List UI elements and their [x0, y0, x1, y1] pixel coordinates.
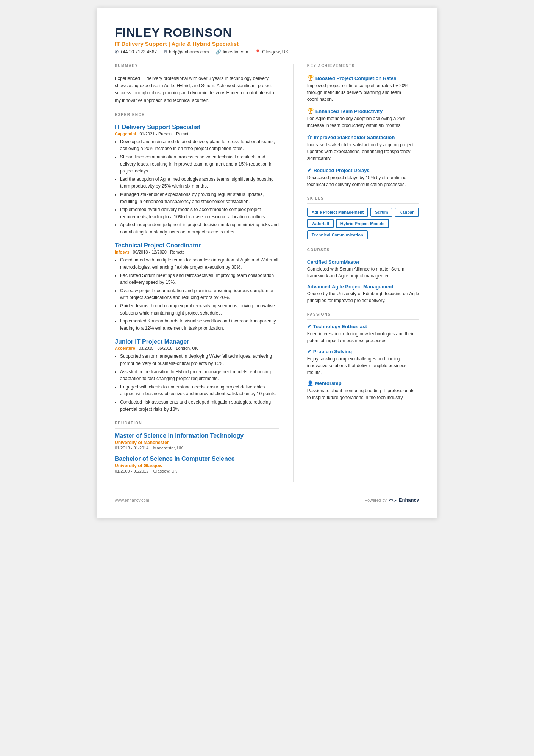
course-title-2: Advanced Agile Project Management — [307, 284, 419, 290]
education-label: EDUCATION — [115, 421, 279, 425]
footer: www.enhancv.com Powered by Enhancv — [115, 493, 419, 503]
job-location-3: London, UK — [176, 346, 198, 351]
job-bullets-2: Coordinated with multiple teams for seam… — [115, 257, 279, 332]
achievement-title-4: ✔ Reduced Project Delays — [307, 167, 419, 173]
bullet-2-2: Facilitated Scrum meetings and retrospec… — [120, 272, 279, 286]
passion-icon-2: ✔ — [307, 349, 311, 354]
skills-section: SKILLS Agile Project Management Scrum Ka… — [307, 196, 419, 239]
job-dates-2: 06/2018 - 12/2020 — [133, 250, 167, 254]
contact-row: ✆ +44 20 7123 4567 ✉ help@enhancv.com 🔗 … — [115, 49, 419, 55]
achievement-icon-3: ☆ — [307, 134, 312, 140]
course-desc-1: Completed with Scrum Alliance to master … — [307, 266, 419, 279]
skill-6: Technical Communication — [307, 230, 368, 239]
job-company-1: Capgemini — [115, 131, 136, 136]
right-column: KEY ACHIEVEMENTS 🏆 Boosted Project Compl… — [307, 64, 419, 482]
course-desc-2: Course by the University of Edinburgh fo… — [307, 290, 419, 304]
passion-title-1: ✔ Technology Enthusiast — [307, 324, 419, 329]
bullet-3-2: Assisted in the transition to Hybrid pro… — [120, 368, 279, 382]
summary-section: SUMMARY Experienced IT delivery professi… — [115, 64, 279, 104]
skills-grid: Agile Project Management Scrum Kanban Wa… — [307, 208, 419, 239]
passions-section: PASSIONS ✔ Technology Enthusiast Keen in… — [307, 312, 419, 401]
linkedin-icon: 🔗 — [215, 49, 221, 55]
job-item-3: Junior IT Project Manager Accenture 03/2… — [115, 338, 279, 413]
achievement-desc-2: Led Agile methodology adoption achieving… — [307, 115, 419, 129]
summary-text: Experienced IT delivery professional wit… — [115, 75, 279, 104]
edu-meta-1: 01/2013 - 01/2014 Manchester, UK — [115, 446, 279, 450]
passion-desc-2: Enjoy tackling complex challenges and fi… — [307, 355, 419, 376]
email-icon: ✉ — [164, 49, 167, 55]
linkedin-contact: 🔗 linkedin.com — [215, 49, 248, 55]
bullet-2-4: Guided teams through complex problem-sol… — [120, 302, 279, 316]
edu-dates-2: 01/2009 - 01/2012 — [115, 469, 148, 473]
edu-meta-2: 01/2009 - 01/2012 Glasgow, UK — [115, 469, 279, 473]
job-company-2: Infosys — [115, 250, 130, 254]
location-contact: 📍 Glasgow, UK — [255, 49, 288, 55]
bullet-3-4: Conducted risk assessments and developed… — [120, 399, 279, 413]
edu-item-2: Bachelor of Science in Computer Science … — [115, 455, 279, 473]
bullet-1-1: Developed and maintained detailed delive… — [120, 138, 279, 152]
left-column: SUMMARY Experienced IT delivery professi… — [115, 64, 279, 482]
achievement-icon-1: 🏆 — [307, 75, 314, 81]
candidate-name: FINLEY ROBINSON — [115, 26, 419, 40]
bullet-1-4: Managed stakeholder expectations by prov… — [120, 191, 279, 205]
passion-desc-1: Keen interest in exploring new technolog… — [307, 330, 419, 344]
achievement-icon-4: ✔ — [307, 167, 312, 173]
footer-powered: Powered by Enhancv — [365, 497, 419, 503]
course-title-1: Certified ScrumMaster — [307, 259, 419, 265]
email-value: help@enhancv.com — [169, 49, 209, 55]
edu-degree-1: Master of Science in Information Technol… — [115, 432, 279, 439]
email-contact: ✉ help@enhancv.com — [164, 49, 209, 55]
bullet-1-2: Streamlined communication processes betw… — [120, 153, 279, 175]
bullet-1-3: Led the adoption of Agile methodologies … — [120, 176, 279, 190]
achievement-item-2: 🏆 Enhanced Team Productivity Led Agile m… — [307, 108, 419, 129]
location-value: Glasgow, UK — [262, 49, 288, 55]
job-bullets-1: Developed and maintained detailed delive… — [115, 138, 279, 236]
skill-1: Agile Project Management — [307, 208, 368, 217]
edu-dates-1: 01/2013 - 01/2014 — [115, 446, 148, 450]
job-dates-1: 01/2021 - Present — [139, 131, 172, 136]
course-item-2: Advanced Agile Project Management Course… — [307, 284, 419, 304]
bullet-3-3: Engaged with clients to understand needs… — [120, 383, 279, 398]
skill-4: Waterfall — [307, 219, 334, 228]
passion-icon-1: ✔ — [307, 324, 311, 329]
passion-item-2: ✔ Problem Solving Enjoy tackling complex… — [307, 349, 419, 376]
passion-title-2: ✔ Problem Solving — [307, 349, 419, 354]
achievement-desc-1: Improved project on-time completion rate… — [307, 82, 419, 103]
job-title-3: Junior IT Project Manager — [115, 338, 279, 345]
bullet-2-3: Oversaw project documentation and planni… — [120, 287, 279, 301]
bullet-3-1: Supported senior management in deploying… — [120, 353, 279, 367]
skills-label: SKILLS — [307, 196, 419, 200]
resume-page: FINLEY ROBINSON IT Delivery Support | Ag… — [97, 8, 437, 518]
passion-item-1: ✔ Technology Enthusiast Keen interest in… — [307, 324, 419, 344]
job-bullets-3: Supported senior management in deploying… — [115, 353, 279, 413]
achievement-desc-3: Increased stakeholder satisfaction by al… — [307, 141, 419, 162]
powered-by-text: Powered by — [365, 498, 387, 502]
achievement-title-2: 🏆 Enhanced Team Productivity — [307, 108, 419, 114]
enhancv-brand: Enhancv — [399, 497, 419, 503]
header-section: FINLEY ROBINSON IT Delivery Support | Ag… — [115, 26, 419, 55]
achievement-icon-2: 🏆 — [307, 108, 314, 114]
edu-institution-1: University of Manchester — [115, 440, 279, 445]
courses-label: COURSES — [307, 248, 419, 252]
job-item-2: Technical Project Coordinator Infosys 06… — [115, 242, 279, 332]
achievement-item-3: ☆ Improved Stakeholder Satisfaction Incr… — [307, 134, 419, 162]
passion-icon-3: 👤 — [307, 380, 313, 386]
phone-value: +44 20 7123 4567 — [120, 49, 157, 55]
course-item-1: Certified ScrumMaster Completed with Scr… — [307, 259, 419, 279]
bullet-2-1: Coordinated with multiple teams for seam… — [120, 257, 279, 271]
experience-label: EXPERIENCE — [115, 113, 279, 117]
passion-title-3: 👤 Mentorship — [307, 380, 419, 386]
footer-website: www.enhancv.com — [115, 498, 149, 502]
job-company-3: Accenture — [115, 346, 135, 351]
column-divider — [293, 64, 294, 482]
job-title-1: IT Delivery Support Specialist — [115, 124, 279, 131]
achievement-desc-4: Decreased project delays by 15% by strea… — [307, 174, 419, 188]
job-dates-3: 03/2015 - 05/2018 — [139, 346, 172, 351]
edu-location-2: Glasgow, UK — [153, 469, 178, 473]
courses-section: COURSES Certified ScrumMaster Completed … — [307, 248, 419, 304]
edu-item-1: Master of Science in Information Technol… — [115, 432, 279, 450]
job-title-2: Technical Project Coordinator — [115, 242, 279, 249]
achievements-label: KEY ACHIEVEMENTS — [307, 64, 419, 68]
job-meta-3: Accenture 03/2015 - 05/2018 London, UK — [115, 346, 279, 351]
achievement-item-1: 🏆 Boosted Project Completion Rates Impro… — [307, 75, 419, 103]
